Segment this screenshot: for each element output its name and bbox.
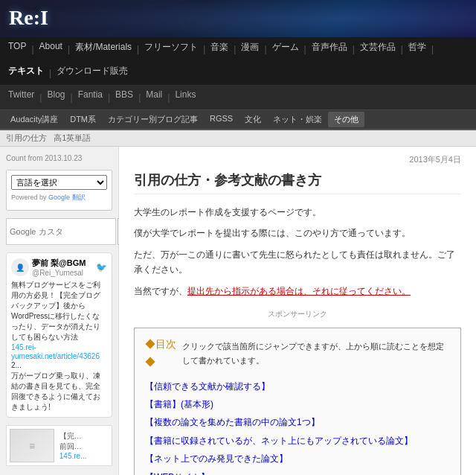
secondary-navigation: Twitter | Blog | Fantia | BBS | Mail | L… <box>0 86 476 110</box>
twitter-name: 夢前 梨@BGM <box>32 258 86 269</box>
nav-manga[interactable]: 漫画 <box>236 37 264 61</box>
toc-link-1[interactable]: 【信頼できる文献か確認する】 <box>145 381 270 392</box>
nav-text[interactable]: テキスト <box>3 61 49 85</box>
main-content: 2013年5月4日 引用の仕方・参考文献の書き方 大学生のレポート作成を支援する… <box>119 147 476 475</box>
list-item: 【WEBサイト】 <box>145 468 450 476</box>
breadcrumb: 引用の仕方 高1英単語 <box>0 130 476 147</box>
nav-links[interactable]: Links <box>170 86 201 109</box>
toc-list: 【信頼できる文献か確認する】 【書籍】(基本形) 【複数の論文を集めた書籍の中の… <box>145 377 450 475</box>
cat-dtm[interactable]: DTM系 <box>64 112 102 127</box>
nav-blog[interactable]: Blog <box>42 86 70 109</box>
translate-powered: Powered by Google 翻訳 <box>11 193 107 203</box>
thumb-title: 【完… <box>60 431 87 441</box>
toc-link-5[interactable]: 【ネット上でのみ発見できた論文】 <box>145 453 288 464</box>
post-intro-1: 大学生のレポート作成を支援するページです。 <box>134 205 461 220</box>
sidebar: Count from 2013.10.23 言語を選択 Powered by G… <box>0 147 119 475</box>
counter-label: Count from 2013.10.23 <box>6 154 112 162</box>
category-navigation: Audacity講座 DTM系 カテゴリー別ブログ記事 RGSS 文化 ネット・… <box>0 110 476 130</box>
nav-fantia[interactable]: Fantia <box>73 86 108 109</box>
thumb-link[interactable]: 145.re... <box>60 452 87 460</box>
nav-literary[interactable]: 文芸作品 <box>355 37 401 61</box>
post-warning: 当然ですが、提出先から指示がある場合は、それに従ってください。 <box>134 284 461 299</box>
nav-materials[interactable]: 素材/Materials <box>70 37 137 61</box>
twitter-link[interactable]: 145.rei-yumesaki.net/article/43626 <box>11 343 100 360</box>
primary-navigation: TOP | About | 素材/Materials | フリーソフト | 音楽… <box>0 37 476 86</box>
twitter-text-3: 万がーブログ乗っ取り、凍結の書き目を見ても、完全回復できるように備えておきましょ… <box>11 371 107 412</box>
post-date: 2013年5月4日 <box>134 154 461 165</box>
toc-link-4[interactable]: 【書籍に収録されているが、ネット上にもアップされている論文】 <box>145 436 413 446</box>
list-item: 【書籍に収録されているが、ネット上にもアップされている論文】 <box>145 432 450 450</box>
nav-top[interactable]: TOP <box>3 37 31 61</box>
search-widget: 検索 <box>6 218 112 245</box>
nav-freesoft[interactable]: フリーソフト <box>139 37 203 61</box>
list-item: 【信頼できる文献か確認する】 <box>145 377 450 395</box>
toc-link-6[interactable]: 【WEBサイト】 <box>145 472 210 476</box>
cat-rgss[interactable]: RGSS <box>204 112 239 127</box>
nav-bbs[interactable]: BBS <box>110 86 138 109</box>
sidebar-thumbnail: 【完… 前回… 145.re... <box>6 425 112 466</box>
twitter-header: 👤 夢前 梨@BGM @Rei_Yumesal 🐦 <box>11 258 107 277</box>
thumb-subtitle: 前回… <box>60 441 87 452</box>
site-header: Re:I <box>0 0 476 37</box>
list-item: 【書籍】(基本形) <box>145 395 450 413</box>
site-logo[interactable]: Re:I <box>9 6 48 29</box>
list-item: 【複数の論文を集めた書籍の中の論文1つ】 <box>145 413 450 431</box>
cat-category-blog[interactable]: カテゴリー別ブログ記事 <box>102 112 204 127</box>
nav-download[interactable]: ダウンロード販売 <box>51 61 133 85</box>
nav-mail[interactable]: Mail <box>141 86 167 109</box>
breadcrumb-item-2[interactable]: 高1英単語 <box>54 133 91 142</box>
warning-link[interactable]: 提出先から指示がある場合は、それに従ってください。 <box>187 286 411 296</box>
search-input[interactable] <box>6 218 116 245</box>
post-intro-2: 僕が大学でレポートを提出する際には、このやり方で通っています。 <box>134 226 461 240</box>
nav-twitter[interactable]: Twitter <box>3 86 39 109</box>
nav-music[interactable]: 音楽 <box>205 37 234 61</box>
thumbnail-text: 【完… 前回… 145.re... <box>60 431 87 460</box>
language-select[interactable]: 言語を選択 <box>11 175 107 190</box>
toc-header: ◆目次◆ クリックで該当箇所にジャンプできますが、上から順に読むことを想定して書… <box>145 336 450 372</box>
cat-culture[interactable]: 文化 <box>239 112 267 127</box>
post-body: 大学生のレポート作成を支援するページです。 僕が大学でレポートを提出する際には、… <box>134 205 461 475</box>
translate-widget: 言語を選択 Powered by Google 翻訳 <box>6 170 112 211</box>
twitter-widget: 👤 夢前 梨@BGM @Rei_Yumesal 🐦 無料ブログサービスをご利用の… <box>6 252 112 418</box>
twitter-avatar: 👤 <box>11 258 29 276</box>
toc-box: ◆目次◆ クリックで該当箇所にジャンプできますが、上から順に読むことを想定して書… <box>134 328 461 475</box>
nav-game[interactable]: ゲーム <box>267 37 304 61</box>
toc-link-3[interactable]: 【複数の論文を集めた書籍の中の論文1つ】 <box>145 417 320 427</box>
thumbnail-image <box>10 429 54 462</box>
twitter-bird-icon: 🐦 <box>96 262 107 272</box>
cat-net-entertainment[interactable]: ネット・娯楽 <box>267 112 328 127</box>
toc-header-desc: クリックで該当箇所にジャンプできますが、上から順に読むことを想定して書かれていま… <box>182 339 450 367</box>
sponsor-label: スポンサーリンク <box>134 307 461 320</box>
cat-audacity[interactable]: Audacity講座 <box>4 112 64 127</box>
cat-other[interactable]: その他 <box>328 112 364 127</box>
nav-about[interactable]: About <box>34 37 68 61</box>
post-title: 引用の仕方・参考文献の書き方 <box>134 171 461 194</box>
toc-link-2[interactable]: 【書籍】(基本形) <box>145 399 213 409</box>
main-layout: Count from 2013.10.23 言語を選択 Powered by G… <box>0 147 476 475</box>
breadcrumb-item-1[interactable]: 引用の仕方 <box>6 133 47 142</box>
nav-sep-10: | <box>431 37 434 61</box>
warning-prefix: 当然ですが、 <box>134 286 187 296</box>
nav-voice[interactable]: 音声作品 <box>306 37 353 61</box>
twitter-handle: @Rei_Yumesal <box>32 269 86 277</box>
list-item: 【ネット上でのみ発見できた論文】 <box>145 450 450 468</box>
post-intro-3: ただ、万が一この通りに書いて先生に怒られたとしても責任は取れません。ご了承くださ… <box>134 247 461 278</box>
nav-philosophy[interactable]: 哲学 <box>403 37 431 61</box>
twitter-text-1: 無料ブログサービスをご利用の方必見！【完全ブログバックアップ】後からWordPr… <box>11 280 107 342</box>
toc-diamond-icon: ◆目次◆ <box>145 336 178 372</box>
twitter-text-2: 2... <box>11 360 107 371</box>
